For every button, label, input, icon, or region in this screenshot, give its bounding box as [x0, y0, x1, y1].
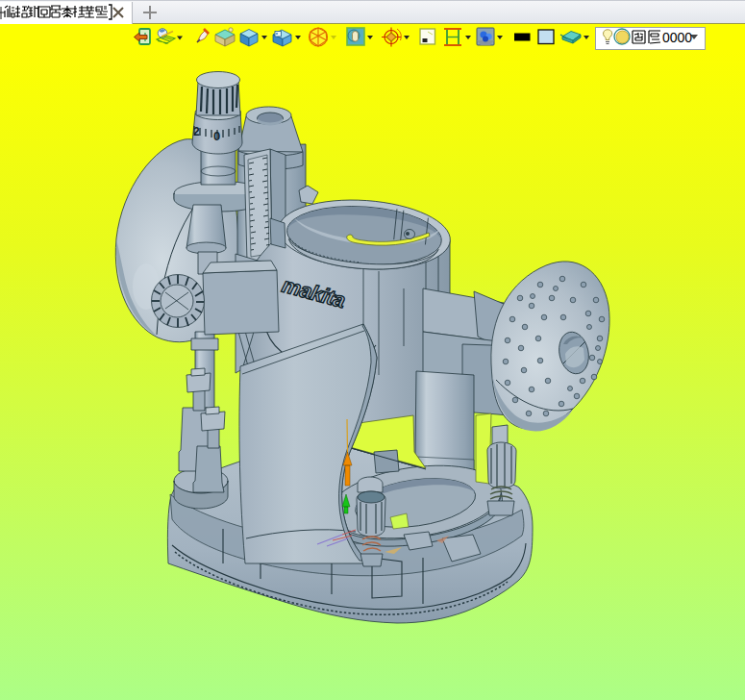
svg-text:0000: 0000 [662, 30, 692, 45]
svg-text:0: 0 [213, 129, 220, 143]
svg-text:2: 2 [193, 125, 200, 138]
